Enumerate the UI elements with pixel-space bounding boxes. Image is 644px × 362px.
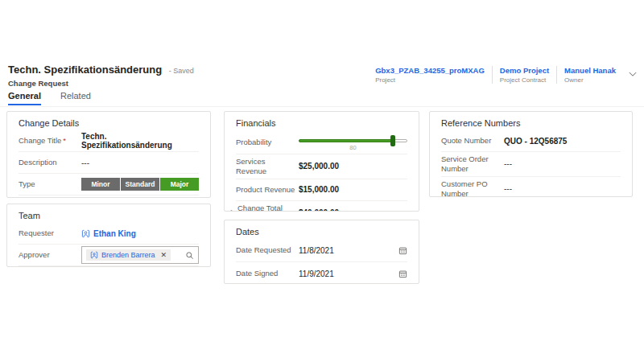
date-signed-field: Date Signed 11/9/2021 xyxy=(236,262,407,284)
date-requested-field: Date Requested 11/8/2021 xyxy=(236,239,407,262)
section-title-change-details: Change Details xyxy=(7,112,210,130)
section-reference-numbers: Reference Numbers Quote Number QUO - 12Q… xyxy=(429,111,633,197)
field-label-text: Product Revenue xyxy=(236,185,295,194)
field-label-text: Probability xyxy=(236,138,271,146)
chevron-down-icon[interactable] xyxy=(628,69,638,79)
section-team: Team Requester Ethan King Approver xyxy=(6,204,211,267)
required-asterisk: * xyxy=(63,136,66,145)
quote-number-label: Quote Number xyxy=(441,134,504,148)
section-title-team: Team xyxy=(7,204,210,223)
change-request-page: Techn. Spezifikationsänderung - Saved Ch… xyxy=(0,0,644,362)
date-requested-label: Date Requested xyxy=(236,243,299,257)
services-revenue-value[interactable]: $25,000.00 xyxy=(299,162,339,171)
field-label-text: Service Order Number xyxy=(441,154,489,173)
change-title-field: Change Title* Techn. Spezifikationsänder… xyxy=(19,130,199,152)
tab-bar: General Related xyxy=(8,91,91,105)
services-revenue-label: Services Revenue xyxy=(236,154,299,179)
customer-po-number-field: Customer PO Number --- xyxy=(441,177,621,197)
related-record-project-contract[interactable]: Demo Project Project Contract xyxy=(492,66,556,84)
date-signed-label: Date Signed xyxy=(236,266,299,281)
service-order-number-value[interactable]: --- xyxy=(504,159,512,168)
description-field: Description --- xyxy=(19,152,199,174)
lock-icon xyxy=(228,209,235,212)
search-icon[interactable] xyxy=(185,251,194,260)
probability-slider-fill xyxy=(299,139,392,142)
page-title: Techn. Spezifikationsänderung xyxy=(8,64,162,76)
date-signed-value[interactable]: 11/9/2021 xyxy=(299,269,334,278)
section-dates: Dates Date Requested 11/8/2021 Date Sign… xyxy=(224,220,419,284)
services-revenue-field: Services Revenue $25,000.00 xyxy=(236,154,407,179)
approver-chip-name[interactable]: Brenden Barrera xyxy=(101,251,155,259)
product-revenue-field: Product Revenue $15,000.00 xyxy=(236,179,407,201)
type-option-major[interactable]: Major xyxy=(160,178,199,191)
quote-number-value[interactable]: QUO - 12Q56875 xyxy=(504,137,567,146)
type-option-minor[interactable]: Minor xyxy=(81,178,120,191)
section-title-dates: Dates xyxy=(225,220,419,239)
entity-type: Change Request xyxy=(8,79,194,88)
type-field: Type Minor Standard Major xyxy=(19,174,199,195)
probability-slider-thumb[interactable] xyxy=(390,135,395,146)
contact-icon xyxy=(81,229,90,238)
section-change-details: Change Details Change Title* Techn. Spez… xyxy=(6,111,211,198)
field-label-text: Description xyxy=(19,158,57,167)
save-status: - Saved xyxy=(169,67,194,75)
quote-number-field: Quote Number QUO - 12Q56875 xyxy=(441,130,621,152)
probability-field: Probability 80 xyxy=(236,130,407,154)
change-title-value[interactable]: Techn. Spezifikationsänderung xyxy=(81,132,199,150)
section-title-reference-numbers: Reference Numbers xyxy=(430,112,632,130)
service-order-number-label: Service Order Number xyxy=(441,152,504,176)
field-label-text: Approver xyxy=(19,250,50,259)
header-related-records: Gbx3_PZAB_34255_proMXAG Project Demo Pro… xyxy=(368,66,638,84)
related-record-label: Project xyxy=(375,76,485,84)
related-record-label: Owner xyxy=(564,76,616,84)
change-total-value-field: Change Total Value $40,000.00 xyxy=(236,201,407,212)
change-title-label: Change Title* xyxy=(19,134,81,148)
field-label-text: Services Revenue xyxy=(236,157,266,175)
customer-po-number-value[interactable]: --- xyxy=(504,184,512,193)
calendar-icon[interactable] xyxy=(398,246,407,255)
approver-lookup-input[interactable]: Brenden Barrera ✕ xyxy=(81,246,199,264)
type-option-standard[interactable]: Standard xyxy=(121,178,159,191)
date-requested-value[interactable]: 11/8/2021 xyxy=(299,246,334,255)
contact-icon xyxy=(90,251,98,259)
customer-po-number-label: Customer PO Number xyxy=(441,177,504,197)
type-option-set: Minor Standard Major xyxy=(81,178,199,191)
field-label-text: Type xyxy=(19,179,35,188)
change-total-value-label: Change Total Value xyxy=(228,201,299,212)
requester-label: Requester xyxy=(19,226,81,241)
field-label-text: Customer PO Number xyxy=(441,179,488,197)
remove-approver-icon[interactable]: ✕ xyxy=(161,251,167,259)
field-label-text: Quote Number xyxy=(441,136,491,145)
section-financials: Financials Probability 80 Services Reven… xyxy=(224,111,419,212)
field-label-text: Change Total Value xyxy=(237,204,295,212)
section-title-financials: Financials xyxy=(225,112,419,130)
product-revenue-value[interactable]: $15,000.00 xyxy=(299,185,339,194)
probability-label: Probability xyxy=(236,135,299,150)
requester-link[interactable]: Ethan King xyxy=(81,229,136,238)
related-record-owner[interactable]: Manuel Hanak Owner xyxy=(556,66,623,84)
change-total-value: $40,000.00 xyxy=(299,208,339,212)
probability-slider-track[interactable] xyxy=(299,139,407,142)
description-value[interactable]: --- xyxy=(81,158,89,167)
probability-slider[interactable]: 80 xyxy=(299,134,407,151)
service-order-number-field: Service Order Number --- xyxy=(441,152,621,177)
related-record-project[interactable]: Gbx3_PZAB_34255_proMXAG Project xyxy=(368,66,492,84)
field-label-text: Requester xyxy=(19,228,54,237)
field-label-text: Change Title xyxy=(19,136,61,145)
field-label-text: Date Requested xyxy=(236,245,291,254)
description-label: Description xyxy=(19,155,81,170)
type-label: Type xyxy=(19,177,81,191)
related-record-link[interactable]: Manuel Hanak xyxy=(564,66,616,75)
approver-chip[interactable]: Brenden Barrera ✕ xyxy=(86,249,171,261)
field-label-text: Date Signed xyxy=(236,269,278,278)
form-header: Techn. Spezifikationsänderung - Saved Ch… xyxy=(8,62,194,88)
calendar-icon[interactable] xyxy=(398,269,407,278)
tab-related[interactable]: Related xyxy=(60,91,91,105)
related-record-link[interactable]: Gbx3_PZAB_34255_proMXAG xyxy=(375,66,485,75)
requester-field: Requester Ethan King xyxy=(19,223,199,245)
tab-general[interactable]: General xyxy=(8,91,41,105)
related-record-link[interactable]: Demo Project xyxy=(500,66,549,75)
approver-field: Approver Brenden Barrera ✕ xyxy=(19,245,199,266)
requester-name[interactable]: Ethan King xyxy=(93,229,136,238)
related-record-label: Project Contract xyxy=(500,76,549,84)
